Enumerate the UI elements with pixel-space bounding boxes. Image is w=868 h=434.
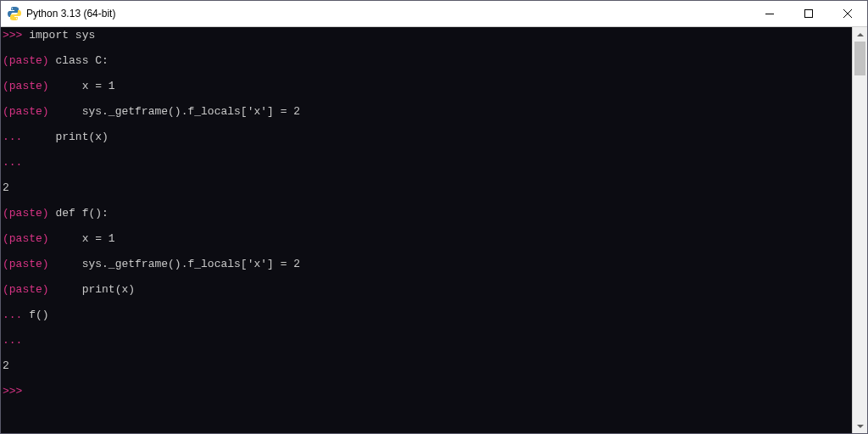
minimize-button[interactable] bbox=[750, 1, 789, 26]
app-window: Python 3.13 (64-bit) >>> import sys (pas… bbox=[0, 0, 868, 434]
repl-prompt: >>> bbox=[3, 385, 29, 398]
repl-prompt: (paste) bbox=[3, 258, 55, 270]
terminal-line: (paste) print(x) bbox=[3, 283, 852, 296]
scroll-up-arrow[interactable] bbox=[853, 27, 867, 42]
repl-prompt: >>> bbox=[3, 29, 29, 42]
maximize-button[interactable] bbox=[789, 1, 828, 26]
terminal-line: ... f() bbox=[3, 309, 852, 321]
terminal-text: print(x) bbox=[55, 283, 135, 296]
terminal-line: 2 bbox=[3, 359, 852, 372]
terminal-line: (paste) def f(): bbox=[3, 207, 852, 220]
terminal-line: >>> bbox=[3, 385, 852, 398]
repl-prompt: ... bbox=[3, 309, 29, 321]
repl-prompt: (paste) bbox=[3, 54, 55, 67]
repl-prompt: (paste) bbox=[3, 232, 55, 245]
scroll-down-arrow[interactable] bbox=[853, 419, 867, 433]
terminal-text: x = 1 bbox=[55, 232, 114, 245]
window-title: Python 3.13 (64-bit) bbox=[26, 8, 750, 19]
terminal-line: (paste) x = 1 bbox=[3, 80, 852, 92]
terminal-text: 2 bbox=[3, 359, 9, 372]
terminal-line: (paste) class C: bbox=[3, 54, 852, 67]
terminal-text: import sys bbox=[29, 29, 95, 42]
terminal[interactable]: >>> import sys (paste) class C: (paste) … bbox=[1, 27, 852, 433]
terminal-line: ... bbox=[3, 334, 852, 347]
terminal-text: x = 1 bbox=[55, 80, 114, 92]
repl-prompt: ... bbox=[3, 131, 29, 143]
repl-prompt: (paste) bbox=[3, 283, 55, 296]
vertical-scrollbar[interactable] bbox=[852, 27, 867, 433]
repl-prompt: (paste) bbox=[3, 80, 55, 92]
terminal-line: 2 bbox=[3, 181, 852, 194]
terminal-text: print(x) bbox=[29, 131, 108, 143]
titlebar[interactable]: Python 3.13 (64-bit) bbox=[1, 1, 867, 27]
terminal-text: sys._getframe().f_locals['x'] = 2 bbox=[55, 105, 300, 118]
repl-prompt: ... bbox=[3, 156, 29, 169]
window-controls bbox=[750, 1, 867, 26]
repl-prompt: ... bbox=[3, 334, 29, 347]
scroll-thumb[interactable] bbox=[854, 42, 865, 75]
terminal-text: sys._getframe().f_locals['x'] = 2 bbox=[55, 258, 300, 270]
python-icon bbox=[8, 7, 21, 20]
terminal-line: (paste) x = 1 bbox=[3, 232, 852, 245]
terminal-line: (paste) sys._getframe().f_locals['x'] = … bbox=[3, 105, 852, 118]
terminal-text: def f(): bbox=[55, 207, 108, 220]
terminal-line: ... print(x) bbox=[3, 131, 852, 143]
terminal-text: 2 bbox=[3, 181, 9, 194]
terminal-line: >>> import sys bbox=[3, 29, 852, 42]
svg-rect-0 bbox=[805, 10, 813, 18]
terminal-text: f() bbox=[29, 309, 48, 321]
repl-prompt: (paste) bbox=[3, 105, 55, 118]
client-area: >>> import sys (paste) class C: (paste) … bbox=[1, 27, 867, 433]
terminal-line: ... bbox=[3, 156, 852, 169]
close-button[interactable] bbox=[828, 1, 867, 26]
repl-prompt: (paste) bbox=[3, 207, 55, 220]
terminal-text: class C: bbox=[55, 54, 108, 67]
terminal-line: (paste) sys._getframe().f_locals['x'] = … bbox=[3, 258, 852, 270]
